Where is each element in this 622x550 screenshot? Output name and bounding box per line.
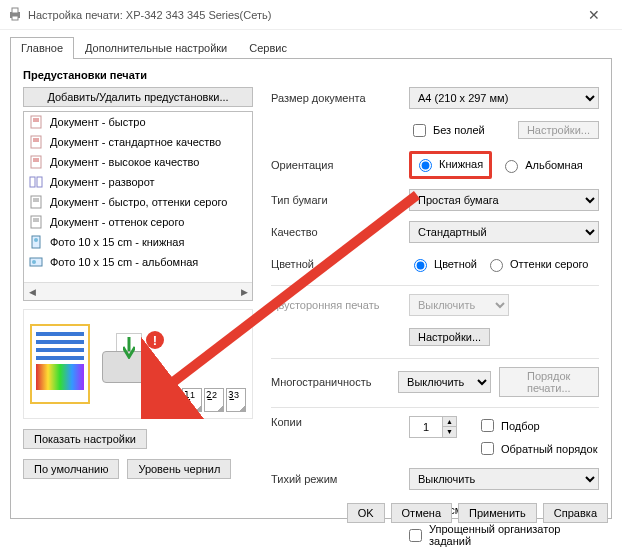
svg-rect-2: [12, 16, 18, 20]
svg-rect-9: [31, 156, 41, 168]
copies-input[interactable]: [410, 417, 442, 437]
svg-rect-1: [12, 8, 18, 13]
help-button[interactable]: Справка: [543, 503, 608, 523]
paper-type-label: Тип бумаги: [271, 194, 401, 206]
color-gray-radio[interactable]: Оттенки серого: [485, 256, 588, 272]
doc-size-select[interactable]: A4 (210 x 297 мм): [409, 87, 599, 109]
quiet-select[interactable]: Выключить: [409, 468, 599, 490]
feed-arrow-icon: [123, 337, 135, 359]
paper-type-select[interactable]: Простая бумага: [409, 189, 599, 211]
svg-rect-14: [31, 196, 41, 208]
color-label: Цветной: [271, 258, 401, 270]
tab-main[interactable]: Главное: [10, 37, 74, 59]
duplex-label: Двусторонняя печать: [271, 299, 401, 311]
doc-icon: [28, 154, 44, 170]
color-color-radio[interactable]: Цветной: [409, 256, 477, 272]
list-item-label: Документ - оттенок серого: [50, 216, 184, 228]
add-remove-presets-button[interactable]: Добавить/Удалить предустановки...: [23, 87, 253, 107]
duplex-settings-button[interactable]: Настройки...: [409, 328, 490, 346]
tab-panel-main: Предустановки печати Добавить/Удалить пр…: [10, 59, 612, 519]
photo-landscape-icon: [28, 254, 44, 270]
list-item-label: Документ - высокое качество: [50, 156, 199, 168]
svg-rect-12: [30, 177, 35, 187]
preview-panel: ! 1̲1 2̲2 3̲3: [23, 309, 253, 419]
collate-checkbox[interactable]: Подбор: [477, 416, 597, 435]
tab-bar: Главное Дополнительные настройки Сервис: [10, 36, 612, 59]
svg-point-21: [34, 238, 38, 242]
apply-button[interactable]: Применить: [458, 503, 537, 523]
orientation-highlight: Книжная: [409, 151, 492, 179]
scroll-left-icon[interactable]: ◀: [24, 287, 40, 297]
photo-portrait-icon: [28, 234, 44, 250]
show-settings-button[interactable]: Показать настройки: [23, 429, 147, 449]
list-item[interactable]: Фото 10 x 15 cm - альбомная: [24, 252, 252, 272]
list-item[interactable]: Документ - быстро: [24, 112, 252, 132]
page-order-button[interactable]: Порядок печати...: [499, 367, 599, 397]
spin-up-icon[interactable]: ▲: [442, 417, 456, 427]
orientation-landscape-radio[interactable]: Альбомная: [500, 157, 583, 173]
list-item[interactable]: Фото 10 x 15 cm - книжная: [24, 232, 252, 252]
reverse-checkbox[interactable]: Обратный порядок: [477, 439, 597, 458]
spread-icon: [28, 174, 44, 190]
list-item-label: Документ - стандартное качество: [50, 136, 221, 148]
h-scrollbar[interactable]: ◀▶: [24, 282, 252, 300]
presets-listbox[interactable]: Документ - быстро Документ - стандартное…: [23, 111, 253, 301]
quality-label: Качество: [271, 226, 401, 238]
page-order-3: 3̲3: [226, 388, 246, 412]
tab-service[interactable]: Сервис: [238, 37, 298, 59]
list-item[interactable]: Документ - быстро, оттенки серого: [24, 192, 252, 212]
ink-levels-button[interactable]: Уровень чернил: [127, 459, 231, 479]
list-item[interactable]: Документ - разворот: [24, 172, 252, 192]
presets-heading: Предустановки печати: [23, 69, 599, 81]
list-item-label: Фото 10 x 15 cm - альбомная: [50, 256, 198, 268]
list-item-label: Фото 10 x 15 cm - книжная: [50, 236, 184, 248]
cancel-button[interactable]: Отмена: [391, 503, 452, 523]
page-order-1: 1̲1: [182, 388, 202, 412]
defaults-button[interactable]: По умолчанию: [23, 459, 119, 479]
borderless-checkbox[interactable]: Без полей: [409, 121, 485, 140]
copies-label: Копии: [271, 416, 401, 428]
quiet-label: Тихий режим: [271, 473, 401, 485]
list-item-label: Документ - разворот: [50, 176, 155, 188]
list-item-label: Документ - быстро, оттенки серого: [50, 196, 227, 208]
copies-spinner[interactable]: ▲▼: [409, 416, 457, 438]
borderless-settings-button[interactable]: Настройки...: [518, 121, 599, 139]
spin-down-icon[interactable]: ▼: [442, 427, 456, 437]
simplified-checkbox[interactable]: Упрощенный организатор заданий: [405, 523, 599, 547]
svg-rect-17: [31, 216, 41, 228]
multipage-select[interactable]: Выключить: [398, 371, 490, 393]
orientation-label: Ориентация: [271, 159, 401, 171]
list-item[interactable]: Документ - высокое качество: [24, 152, 252, 172]
doc-icon: [28, 114, 44, 130]
page-thumbnail: [30, 324, 90, 404]
scroll-right-icon[interactable]: ▶: [236, 287, 252, 297]
doc-gray-icon: [28, 194, 44, 210]
printer-icon: [8, 7, 22, 23]
doc-size-label: Размер документа: [271, 92, 401, 104]
svg-rect-13: [37, 177, 42, 187]
titlebar: Настройка печати: XP-342 343 345 Series(…: [0, 0, 622, 30]
svg-rect-6: [31, 136, 41, 148]
svg-rect-3: [31, 116, 41, 128]
list-item-label: Документ - быстро: [50, 116, 146, 128]
doc-gray-icon: [28, 214, 44, 230]
tab-advanced[interactable]: Дополнительные настройки: [74, 37, 238, 59]
svg-point-23: [32, 260, 36, 264]
window-title: Настройка печати: XP-342 343 345 Series(…: [28, 9, 574, 21]
list-item[interactable]: Документ - оттенок серого: [24, 212, 252, 232]
duplex-select[interactable]: Выключить: [409, 294, 509, 316]
alert-icon: !: [146, 331, 164, 349]
ok-button[interactable]: OK: [347, 503, 385, 523]
close-icon[interactable]: ✕: [574, 7, 614, 23]
quality-select[interactable]: Стандартный: [409, 221, 599, 243]
multipage-label: Многостраничность: [271, 376, 390, 388]
orientation-portrait-radio[interactable]: Книжная: [414, 156, 483, 172]
page-order-icons: 1̲1 2̲2 3̲3: [182, 388, 246, 412]
printer-image: !: [96, 329, 166, 399]
page-order-2: 2̲2: [204, 388, 224, 412]
list-item[interactable]: Документ - стандартное качество: [24, 132, 252, 152]
doc-icon: [28, 134, 44, 150]
